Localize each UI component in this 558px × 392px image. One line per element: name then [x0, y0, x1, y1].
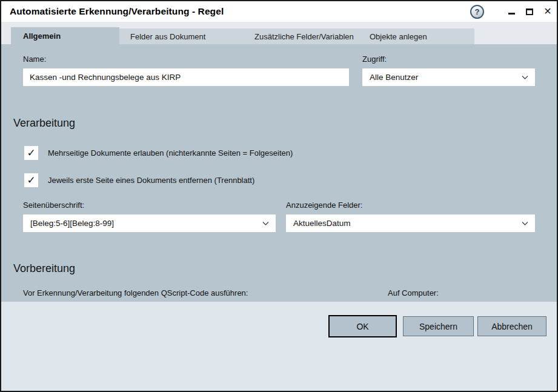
tab-label: Zusätzliche Felder/Variablen — [254, 32, 354, 41]
tab-felder-aus-dokument[interactable]: Felder aus Dokument — [119, 28, 244, 44]
maximize-icon — [526, 8, 533, 15]
tab-objekte-anlegen[interactable]: Objekte anlegen — [359, 28, 474, 44]
anzuzeigende-felder-label: Anzuzeigende Felder: — [286, 201, 362, 210]
anzuzeigende-felder-value: AktuellesDatum — [293, 219, 351, 228]
window-title: Automatisierte Erkennung/Verarbeitung - … — [10, 6, 224, 17]
dialog-window: Automatisierte Erkennung/Verarbeitung - … — [0, 0, 558, 392]
erste-seite-checkbox[interactable]: ✓ — [24, 173, 38, 187]
speichern-button[interactable]: Speichern — [403, 316, 474, 336]
tab-zusaetzliche-felder-variablen[interactable]: Zusätzliche Felder/Variablen — [244, 28, 359, 44]
close-icon: ✕ — [543, 7, 551, 16]
ok-button[interactable]: OK — [328, 315, 397, 337]
maximize-button[interactable] — [520, 1, 539, 22]
chevron-down-icon — [522, 221, 528, 226]
zugriff-value: Alle Benutzer — [370, 73, 418, 82]
seitenueberschrift-label: Seitenüberschrift: — [23, 201, 84, 210]
vorbereitung-heading: Vorbereitung — [13, 262, 75, 275]
zugriff-dropdown[interactable]: Alle Benutzer — [362, 68, 535, 86]
check-icon: ✓ — [27, 174, 35, 187]
check-icon: ✓ — [27, 147, 35, 159]
help-icon[interactable]: ? — [470, 5, 484, 19]
close-button[interactable]: ✕ — [539, 1, 557, 22]
checkbox-row-mehrseitige: ✓ Mehrseitige Dokumente erlauben (nichte… — [24, 146, 293, 160]
minimize-icon — [508, 13, 515, 15]
window-controls: ? ✕ — [470, 1, 557, 22]
seitenueberschrift-dropdown[interactable]: [Beleg:5-6][Beleg:8-99] — [23, 214, 276, 232]
auf-computer-label: Auf Computer: — [388, 288, 439, 297]
qscript-label: Vor Erkennung/Verarbeitung folgenden QSc… — [23, 288, 248, 297]
chevron-down-icon — [262, 221, 269, 226]
tab-label: Objekte anlegen — [370, 32, 427, 41]
name-input[interactable] — [23, 68, 349, 86]
mehrseitige-checkbox-label: Mehrseitige Dokumente erlauben (nichterk… — [48, 148, 293, 158]
seitenueberschrift-value: [Beleg:5-6][Beleg:8-99] — [30, 219, 114, 228]
tab-content-allgemein: Name: Zugriff: Alle Benutzer Verarbeitun… — [1, 44, 557, 345]
tab-label: Felder aus Dokument — [130, 32, 205, 41]
erste-seite-checkbox-label: Jeweils erste Seite eines Dokuments entf… — [48, 176, 254, 185]
mehrseitige-checkbox[interactable]: ✓ — [24, 146, 38, 160]
tab-label: Allgemein — [23, 32, 61, 41]
chevron-down-icon — [522, 75, 528, 80]
name-label: Name: — [23, 55, 46, 64]
tab-allgemein[interactable]: Allgemein — [11, 27, 119, 44]
minimize-button[interactable] — [502, 1, 520, 22]
footer-bar: OK Speichern Abbrechen — [1, 302, 557, 391]
abbrechen-button[interactable]: Abbrechen — [477, 316, 546, 336]
verarbeitung-heading: Verarbeitung — [13, 117, 75, 130]
zugriff-label: Zugriff: — [362, 55, 387, 64]
title-bar: Automatisierte Erkennung/Verarbeitung - … — [1, 1, 557, 22]
checkbox-row-erste-seite: ✓ Jeweils erste Seite eines Dokuments en… — [24, 173, 254, 187]
tab-strip: Allgemein Felder aus Dokument Zusätzlich… — [1, 22, 557, 44]
anzuzeigende-felder-dropdown[interactable]: AktuellesDatum — [286, 214, 535, 232]
help-glyph: ? — [475, 7, 480, 16]
